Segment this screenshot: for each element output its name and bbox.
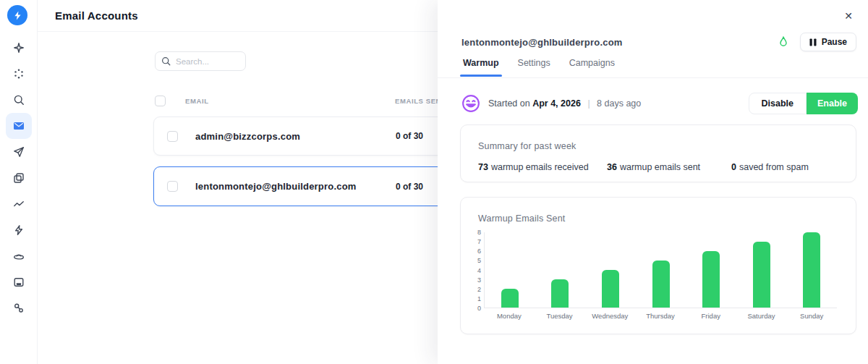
dots-loader-icon	[13, 68, 25, 80]
chart-y-tick: 8	[467, 229, 481, 236]
disable-button[interactable]: Disable	[749, 93, 807, 114]
chart-bar	[485, 232, 535, 308]
separator: |	[587, 98, 590, 109]
chart-title: Warmup Emails Sent	[478, 213, 856, 224]
row-checkbox[interactable]	[167, 131, 178, 142]
search-box[interactable]	[155, 51, 246, 71]
inbox-icon	[13, 276, 25, 288]
search-icon	[161, 56, 171, 66]
panel-title-email: lentonmontejo@ghlbuilderpro.com	[461, 37, 623, 48]
chart-x-label: Friday	[686, 312, 736, 320]
warmup-started-text: Started on Apr 4, 2026 | 8 days ago	[488, 98, 641, 109]
copy-icon	[13, 172, 25, 184]
sidebar-item-copy[interactable]	[6, 165, 32, 191]
sidebar-item-inbox[interactable]	[6, 269, 32, 295]
chart-bar	[535, 232, 586, 308]
tab-settings[interactable]: Settings	[516, 58, 552, 77]
chart-x-label: Monday	[484, 312, 535, 320]
chart-y-tick: 0	[467, 305, 481, 312]
sidebar-item-dots[interactable]	[6, 61, 32, 87]
column-header-email: EMAIL	[185, 97, 209, 105]
search-input[interactable]	[176, 57, 234, 66]
integrations-icon	[13, 302, 25, 314]
chart-y-tick: 1	[467, 295, 481, 302]
chart-bar	[686, 232, 736, 308]
chart-x-axis: MondayTuesdayWednesdayThursdayFridaySatu…	[484, 312, 837, 320]
stat-sent-value: 36	[607, 162, 617, 172]
chart-y-tick: 7	[467, 238, 481, 245]
sidebar-item-sparkle[interactable]	[6, 35, 32, 61]
chart-y-tick: 3	[467, 276, 481, 284]
sidebar-item-search[interactable]	[6, 87, 32, 113]
tab-campaigns[interactable]: Campaigns	[568, 58, 616, 77]
pause-icon	[809, 38, 817, 46]
stat-received-value: 73	[478, 162, 488, 172]
tabs-divider	[438, 77, 868, 78]
lightning-bolt-icon	[12, 10, 23, 21]
stat-sent-label: warmup emails sent	[620, 162, 700, 172]
stat-sent: 36warmup emails sent	[607, 162, 731, 172]
row-emails-sent: 0 of 30	[396, 182, 423, 192]
ufo-icon	[13, 250, 25, 262]
summary-title: Summary for past week	[478, 141, 838, 151]
panel-tabs: Warmup Settings Campaigns	[461, 58, 616, 77]
chart-y-axis: 012345678	[467, 232, 481, 308]
sparkle-icon	[13, 42, 25, 54]
page-title: Email Accounts	[55, 9, 138, 22]
tab-warmup[interactable]: Warmup	[461, 58, 501, 77]
chart-y-tick: 4	[467, 267, 481, 274]
flame-icon	[777, 35, 790, 48]
smiley-emoji-icon	[461, 94, 480, 113]
sidebar-item-integrations[interactable]	[6, 295, 32, 321]
row-email: admin@bizzcorps.com	[195, 131, 300, 142]
chart-bar	[585, 232, 636, 308]
row-checkbox[interactable]	[167, 181, 178, 192]
chart-bar	[736, 232, 787, 308]
chart-x-label: Wednesday	[584, 312, 635, 320]
pause-button[interactable]: Pause	[800, 33, 856, 51]
stat-saved-spam-value: 0	[731, 162, 736, 172]
sidebar	[0, 0, 38, 364]
chart-y-tick: 5	[467, 257, 481, 264]
days-ago-text: 8 days ago	[597, 98, 641, 109]
stat-saved-spam: 0saved from spam	[731, 162, 809, 172]
stat-received-label: warmup emails received	[491, 162, 589, 172]
send-icon	[13, 146, 25, 158]
account-detail-panel: ✕ lentonmontejo@ghlbuilderpro.com Pause …	[438, 0, 868, 364]
chart-x-label: Sunday	[786, 312, 837, 320]
started-label: Started on	[488, 98, 530, 109]
chart-plot	[484, 232, 837, 308]
warmup-status-row: Started on Apr 4, 2026 | 8 days ago Disa…	[461, 92, 858, 115]
chart-x-label: Saturday	[736, 312, 787, 320]
lightning-icon	[13, 224, 25, 236]
mail-icon	[13, 120, 25, 132]
sidebar-item-analytics[interactable]	[6, 191, 32, 217]
row-email: lentonmontejo@ghlbuilderpro.com	[195, 181, 357, 192]
sidebar-item-send[interactable]	[6, 139, 32, 165]
pause-button-label: Pause	[822, 37, 847, 47]
chart-x-label: Tuesday	[535, 312, 585, 320]
chart-bar	[636, 232, 686, 308]
trend-chart-icon	[13, 198, 25, 210]
select-all-checkbox[interactable]	[155, 96, 166, 106]
close-icon[interactable]: ✕	[841, 8, 856, 24]
stat-received: 73warmup emails received	[478, 162, 607, 172]
started-date: Apr 4, 2026	[532, 98, 581, 109]
stat-saved-spam-label: saved from spam	[739, 162, 809, 172]
sidebar-item-automation[interactable]	[6, 217, 32, 243]
search-icon	[13, 94, 25, 106]
chart-y-tick: 2	[467, 286, 481, 293]
sidebar-item-ufo[interactable]	[6, 243, 32, 269]
row-emails-sent: 0 of 30	[396, 131, 423, 141]
summary-card: Summary for past week 73warmup emails re…	[460, 124, 856, 182]
sidebar-item-email-accounts[interactable]	[6, 113, 32, 139]
chart-y-tick: 6	[467, 247, 481, 255]
enable-button[interactable]: Enable	[807, 93, 858, 114]
warmup-chart-card: Warmup Emails Sent 012345678 MondayTuesd…	[460, 197, 856, 334]
app-logo[interactable]	[7, 5, 27, 25]
chart-bar	[786, 232, 837, 308]
chart-x-label: Thursday	[635, 312, 686, 320]
